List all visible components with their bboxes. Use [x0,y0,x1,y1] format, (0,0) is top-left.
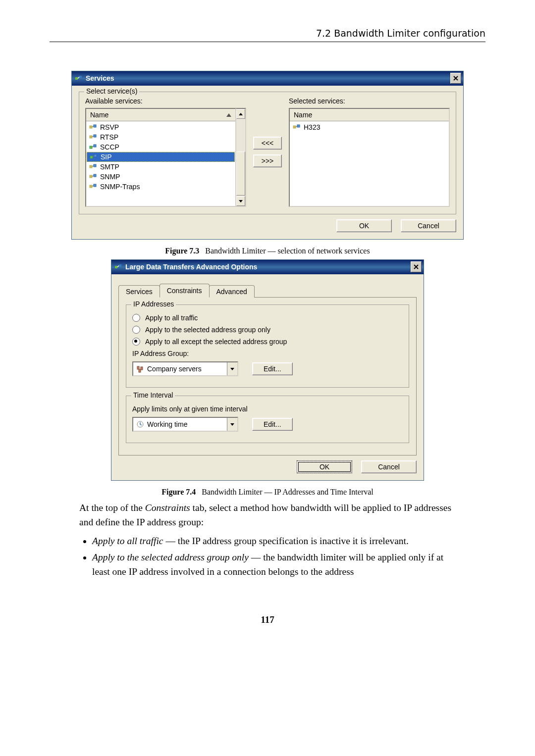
cancel-button-label: Cancel [418,222,439,230]
chevron-down-icon-2 [230,423,234,426]
remove-button[interactable]: >>> [253,154,282,167]
clock-icon [136,420,144,428]
time-desc-row: Apply limits only at given time interval [132,405,403,413]
bullet-1-rest: — the IP address group specification is … [163,536,409,546]
edit-ip-button[interactable]: Edit... [252,362,293,375]
cancel-button-2[interactable]: Cancel [361,460,417,473]
ip-addresses-fieldset: IP Addresses Apply to all traffic Apply … [126,304,409,388]
ok-button-2[interactable]: OK [297,460,352,473]
ok-button[interactable]: OK [336,219,392,232]
figure-7-4-caption: Figure 7.4 Bandwidth Limiter — IP Addres… [50,488,485,497]
chevron-down-icon [230,368,234,370]
tab-panel: IP Addresses Apply to all traffic Apply … [118,297,417,455]
list-item-label: RSVP [100,123,119,131]
radio-all-traffic-row[interactable]: Apply to all traffic [132,314,403,322]
fieldset-legend: Select service(s) [84,87,139,95]
titlebar-2: Large Data Transfers Advanced Options [111,260,424,274]
app-icon [75,74,83,82]
selected-listbox[interactable]: Name H323 [289,108,450,207]
radio-selected-group-row[interactable]: Apply to the selected address group only [132,326,403,334]
titlebar: Services [72,71,463,86]
svg-rect-21 [141,367,143,370]
time-legend: Time Interval [131,391,175,399]
scroll-up-button[interactable] [236,109,245,119]
bullet-2-italic: Apply to the selected address group only [92,552,249,562]
scroll-thumb[interactable] [236,151,245,196]
edit-ip-button-label: Edit... [264,365,281,373]
tab-constraints[interactable]: Constraints [160,284,210,298]
list-item[interactable]: SNMP [86,172,235,182]
svg-rect-19 [119,264,121,267]
scroll-down-button[interactable] [236,196,245,206]
close-button-2[interactable] [411,261,422,272]
svg-rect-0 [75,77,78,80]
bullet-list: Apply to all traffic — the IP address gr… [79,534,456,579]
cancel-button-2-label: Cancel [378,463,400,471]
combo-dropdown-button[interactable] [227,362,237,375]
time-combo[interactable]: Working time [132,417,238,432]
tab-advanced[interactable]: Advanced [209,285,255,298]
add-button[interactable]: <<< [253,137,282,150]
service-icon [89,163,97,171]
arrow-down-icon [239,200,243,202]
svg-rect-11 [94,164,96,167]
list-item[interactable]: H323 [290,122,449,132]
list-item[interactable]: SMTP [86,162,235,172]
col-header-right: Name [294,111,312,119]
svg-rect-16 [293,126,296,128]
available-listbox[interactable]: Name RSVPRTSPSCCPSIPSMTPSNMPSNMP-Traps [85,108,236,207]
list-item-label: SMTP [100,163,119,171]
tabstrip: Services Constraints Advanced [118,284,417,298]
page-number: 117 [50,614,485,625]
close-button[interactable] [450,73,461,84]
service-icon [89,123,97,131]
list-header-left[interactable]: Name [86,109,235,121]
radio-except-group-row[interactable]: Apply to all except the selected address… [132,338,403,346]
remove-button-label: >>> [262,157,274,165]
svg-rect-22 [139,369,141,372]
radio-all-traffic[interactable] [132,314,140,322]
service-icon [89,133,97,141]
servers-icon [136,365,144,373]
svg-rect-4 [90,136,92,138]
time-interval-fieldset: Time Interval Apply limits only at given… [126,396,409,443]
svg-rect-6 [90,146,92,149]
time-desc: Apply limits only at given time interval [132,405,248,413]
svg-rect-3 [94,125,96,127]
scroll-track[interactable] [236,119,245,196]
header-text: 7.2 Bandwidth Limiter configuration [316,28,485,39]
svg-rect-15 [94,184,96,187]
cancel-button[interactable]: Cancel [401,219,456,232]
available-label: Available services: [85,97,246,105]
list-item[interactable]: SIP [87,152,235,162]
ip-group-combo[interactable]: Company servers [132,361,238,376]
tab-services[interactable]: Services [118,285,160,298]
app-icon-2 [114,263,122,271]
service-icon [89,143,97,151]
bullet-2: Apply to the selected address group only… [92,550,456,579]
list-item[interactable]: RSVP [86,122,235,132]
list-item-label: SNMP [100,173,120,181]
svg-rect-12 [90,175,92,178]
ip-group-label: IP Address Group: [132,350,189,357]
edit-time-button-label: Edit... [264,420,281,428]
list-item[interactable]: RTSP [86,132,235,142]
ok-button-2-label: OK [320,463,329,471]
list-header-right[interactable]: Name [290,109,449,121]
edit-time-button[interactable]: Edit... [252,418,293,431]
svg-rect-13 [94,174,96,177]
combo-dropdown-button-2[interactable] [227,418,237,431]
svg-rect-18 [115,266,117,268]
ip-legend: IP Addresses [131,300,176,308]
list-item-label: SNMP-Traps [100,183,140,191]
dialog-title-2: Large Data Transfers Advanced Options [125,263,257,271]
radio-except-group[interactable] [132,338,140,346]
list-item[interactable]: SCCP [86,142,235,152]
scrollbar[interactable] [236,108,246,207]
list-item[interactable]: SNMP-Traps [86,182,235,192]
radio-selected-group[interactable] [132,326,140,334]
svg-rect-7 [94,145,96,147]
ok-button-label: OK [359,222,369,230]
svg-rect-17 [297,125,300,127]
list-item-label: SIP [101,153,112,161]
